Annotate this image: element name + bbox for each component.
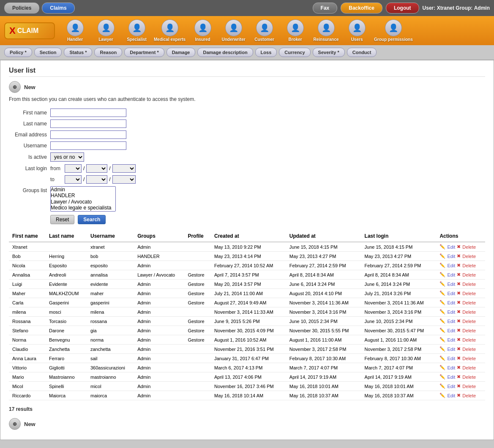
first-name-label: First name bbox=[9, 110, 47, 116]
header-icon-underwriter[interactable]: 👤 Underwriter bbox=[220, 19, 247, 42]
cell-first: Vittorio bbox=[9, 363, 46, 372]
header-icon-medical[interactable]: 👤 Medical experts bbox=[154, 19, 186, 42]
edit-link[interactable]: Edit bbox=[447, 384, 455, 389]
table-row: ClaudioZanchettazanchettaAdminNovember 2… bbox=[9, 345, 485, 354]
policies-button[interactable]: Policies bbox=[4, 3, 39, 14]
delete-link[interactable]: Delete bbox=[462, 365, 476, 370]
header-bar: X CLAIM 👤 Handler 👤 Lawyer 👤 Specialist … bbox=[0, 16, 494, 45]
reset-button[interactable]: Reset bbox=[50, 215, 74, 224]
is-active-select[interactable]: yes or no yes no bbox=[50, 152, 84, 162]
cell-last: Darone bbox=[46, 326, 87, 335]
edit-link[interactable]: Edit bbox=[447, 365, 455, 370]
delete-icon: ✖ bbox=[457, 346, 461, 352]
edit-link[interactable]: Edit bbox=[447, 347, 455, 352]
cell-lastlogin: February 27, 2014 2:59 PM bbox=[361, 261, 437, 270]
edit-link[interactable]: Edit bbox=[447, 254, 455, 259]
header-icon-specialist[interactable]: 👤 Specialist bbox=[123, 19, 150, 42]
edit-link[interactable]: Edit bbox=[447, 356, 455, 361]
action-buttons: ✏️ Edit ✖ Delete bbox=[439, 244, 482, 250]
sub-nav-policy--[interactable]: Policy * bbox=[4, 48, 32, 57]
header-icon-group-permissions[interactable]: 👤 Group permissions bbox=[374, 19, 413, 42]
edit-link[interactable]: Edit bbox=[447, 244, 455, 250]
from-month-select[interactable] bbox=[86, 164, 107, 173]
edit-link[interactable]: Edit bbox=[447, 337, 455, 342]
edit-link[interactable]: Edit bbox=[447, 375, 455, 380]
first-name-input[interactable] bbox=[50, 109, 126, 117]
sub-nav-status--[interactable]: Status * bbox=[64, 48, 92, 57]
claims-button[interactable]: Claims bbox=[42, 3, 74, 14]
header-icon-reinsurance[interactable]: 👤 Reinsurance bbox=[312, 19, 340, 42]
cell-profile: Gestore bbox=[184, 326, 211, 335]
edit-link[interactable]: Edit bbox=[447, 300, 455, 305]
header-icon-lawyer[interactable]: 👤 Lawyer bbox=[92, 19, 120, 42]
cell-created: February 27, 2014 10:52 AM bbox=[211, 261, 286, 270]
cell-groups: Admin bbox=[134, 261, 184, 270]
to-year-select[interactable] bbox=[112, 175, 136, 184]
edit-link[interactable]: Edit bbox=[447, 319, 455, 324]
delete-link[interactable]: Delete bbox=[462, 272, 476, 277]
sub-nav-department--[interactable]: Department * bbox=[124, 48, 164, 57]
sub-nav-currency[interactable]: Currency bbox=[279, 48, 310, 57]
delete-link[interactable]: Delete bbox=[462, 244, 476, 250]
to-day-select[interactable] bbox=[65, 175, 82, 184]
edit-link[interactable]: Edit bbox=[447, 291, 455, 296]
delete-link[interactable]: Delete bbox=[462, 319, 476, 324]
username-input[interactable] bbox=[50, 141, 126, 150]
logout-button[interactable]: Logout bbox=[386, 3, 419, 14]
fax-button[interactable]: Fax bbox=[313, 3, 338, 14]
last-name-input[interactable] bbox=[50, 119, 126, 128]
delete-link[interactable]: Delete bbox=[462, 263, 476, 268]
edit-link[interactable]: Edit bbox=[447, 263, 455, 268]
delete-link[interactable]: Delete bbox=[462, 347, 476, 352]
sub-nav-damage-description[interactable]: Damage description bbox=[197, 48, 253, 57]
new-icon-button[interactable]: ⊕ bbox=[9, 81, 21, 93]
to-month-select[interactable] bbox=[86, 175, 107, 184]
delete-link[interactable]: Delete bbox=[462, 356, 476, 361]
bottom-new-btn-area: ⊕ New bbox=[9, 418, 485, 430]
groups-listbox[interactable]: Admin HANDLER Lawyer / Avvocato Medico l… bbox=[50, 186, 116, 212]
delete-link[interactable]: Delete bbox=[462, 291, 476, 296]
header-icon-users[interactable]: 👤 Users bbox=[343, 19, 371, 42]
edit-link[interactable]: Edit bbox=[447, 272, 455, 277]
table-row: XtranetxtranetAdminMay 13, 2010 9:22 PMJ… bbox=[9, 242, 485, 252]
header-icon-insured[interactable]: 👤 Insured bbox=[189, 19, 216, 42]
from-year-select[interactable] bbox=[112, 164, 136, 173]
header-icon-handler[interactable]: 👤 Handler bbox=[61, 19, 89, 42]
description-text: From this section you can create users w… bbox=[9, 96, 485, 102]
edit-link[interactable]: Edit bbox=[447, 310, 455, 315]
header-icon-broker[interactable]: 👤 Broker bbox=[281, 19, 309, 42]
backoffice-button[interactable]: Backoffice bbox=[341, 3, 382, 14]
sub-nav-severity--[interactable]: Severity * bbox=[313, 48, 345, 57]
bottom-new-icon-button[interactable]: ⊕ bbox=[9, 418, 21, 430]
search-button[interactable]: Search bbox=[78, 215, 106, 224]
to-slash2: / bbox=[109, 176, 110, 182]
main-content-box: User list ⊕ New From this section you ca… bbox=[0, 60, 494, 440]
bottom-new-label[interactable]: New bbox=[24, 421, 35, 427]
delete-link[interactable]: Delete bbox=[462, 300, 476, 305]
delete-link[interactable]: Delete bbox=[462, 337, 476, 342]
lawyer-person-icon: 👤 bbox=[101, 23, 111, 33]
col-header-last-name: Last name bbox=[46, 231, 87, 242]
sub-nav-loss[interactable]: Loss bbox=[255, 48, 277, 57]
email-input[interactable] bbox=[50, 130, 126, 139]
delete-link[interactable]: Delete bbox=[462, 254, 476, 259]
edit-link[interactable]: Edit bbox=[447, 393, 455, 398]
delete-link[interactable]: Delete bbox=[462, 393, 476, 398]
edit-link[interactable]: Edit bbox=[447, 282, 455, 287]
from-day-select[interactable] bbox=[65, 164, 82, 173]
delete-link[interactable]: Delete bbox=[462, 375, 476, 380]
sub-nav-section[interactable]: Section bbox=[34, 48, 62, 57]
delete-link[interactable]: Delete bbox=[462, 282, 476, 287]
header-icon-customer[interactable]: 👤 Customer bbox=[251, 19, 278, 42]
delete-link[interactable]: Delete bbox=[462, 310, 476, 315]
user-label: User: bbox=[423, 5, 436, 11]
lawyer-label: Lawyer bbox=[98, 37, 113, 42]
sub-nav-damage[interactable]: Damage bbox=[166, 48, 196, 57]
sub-nav-reason[interactable]: Reason bbox=[94, 48, 122, 57]
delete-link[interactable]: Delete bbox=[462, 384, 476, 389]
delete-link[interactable]: Delete bbox=[462, 328, 476, 333]
cell-username: annalisa bbox=[87, 270, 134, 280]
edit-link[interactable]: Edit bbox=[447, 328, 455, 333]
sub-nav-conduct[interactable]: Conduct bbox=[347, 48, 377, 57]
new-label[interactable]: New bbox=[24, 84, 35, 90]
